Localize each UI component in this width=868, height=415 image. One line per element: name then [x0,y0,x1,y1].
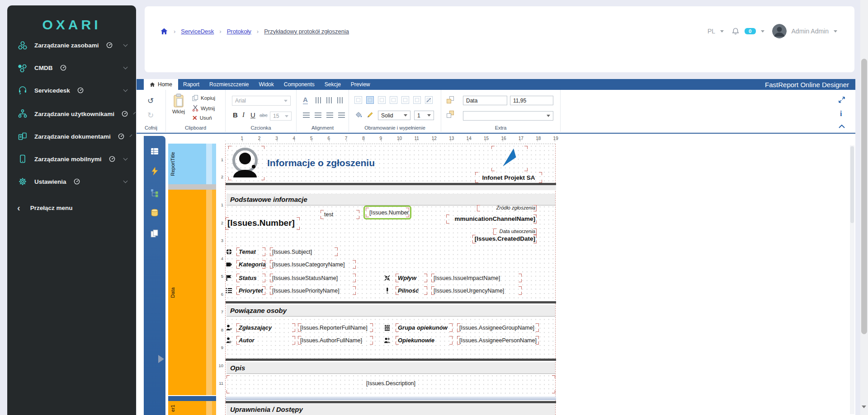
row-label[interactable]: Priorytet [236,286,265,295]
row-label[interactable]: Opiekunowie [396,336,453,345]
border-bottom-icon[interactable] [413,96,421,104]
avatar[interactable] [772,24,787,38]
report-title-text[interactable]: Informacje o zgłoszeniu [267,158,375,168]
align-right-icon[interactable] [326,112,333,118]
row-value[interactable]: [Issues.IssueUrgencyName] [431,286,522,295]
align-justify-icon[interactable] [338,112,345,118]
valign-top-icon[interactable] [316,97,322,103]
sidebar-item-ustawienia[interactable]: Ustawienia [7,171,136,192]
pages-icon[interactable] [150,229,159,238]
cut-button[interactable]: Wytnij [192,105,215,112]
tab-rozmieszczenie[interactable]: Rozmieszczenie [204,79,254,90]
border-width-select[interactable]: 1 [414,111,434,120]
data-value-input[interactable] [510,96,553,105]
sidebar-item-servicedesk[interactable]: Servicedesk [7,79,136,101]
tab-preview[interactable]: Preview [346,79,375,90]
fullscreen-icon[interactable] [838,96,845,103]
paste-button[interactable]: Wklej [172,93,185,114]
section-header-people[interactable]: Powiązane osoby [226,305,555,317]
field-channel-value[interactable]: mmunicationChannelName] [446,214,537,224]
row-label[interactable]: Grupa opiekunów [396,323,453,332]
section-header-description[interactable]: Opis [226,362,555,374]
border-all-icon[interactable] [354,96,362,104]
picture-object-person[interactable] [228,146,264,180]
sidebar-item-dokumenty[interactable]: Zarządzanie dokumentami [7,126,136,147]
row-value[interactable]: [Issues.IssueCategoryName] [270,260,356,269]
field-source-label[interactable]: Źródło zgłoszenia [477,205,537,211]
row-value[interactable]: [Issues.IssuePriorityName] [270,286,356,295]
sidebar-item-cmdb[interactable]: CMDB [7,57,136,79]
info-icon[interactable]: i [840,110,842,118]
row-value[interactable]: [Issues.IssueImpactName] [431,274,522,282]
underline-button[interactable]: U [250,111,255,119]
field-test[interactable]: test [321,210,359,219]
field-created-label[interactable]: Data utworzenia [493,228,537,235]
field-issue-number-large[interactable]: [Issues.Number] [226,217,300,230]
bring-forward-icon[interactable] [447,96,454,103]
band-report-title[interactable]: ReportTitle [168,144,217,184]
chevron-down-icon[interactable] [720,30,724,33]
band-data[interactable]: Data [168,190,217,395]
field-created-value[interactable]: [Issues.CreatedDate] [472,235,537,243]
events-icon[interactable] [150,167,159,176]
data-source-icon[interactable] [150,208,159,217]
row-value[interactable]: [Issues.ReporterFullName] [298,323,373,332]
company-logo-caption[interactable]: Infonet Projekt SA [475,172,542,183]
breadcrumb-current[interactable]: Przykładowy protokół zgłoszenia [264,28,349,35]
structure-tree-icon[interactable] [150,188,159,197]
valign-middle-icon[interactable] [326,97,333,103]
tab-widok[interactable]: Widok [254,79,278,90]
field-issue-number-selected[interactable]: [Issues.Number] [363,205,411,219]
sidebar-item-zasoby[interactable]: Zarządzanie zasobami [7,34,136,56]
scroll-down-arrow[interactable] [862,406,866,408]
home-icon[interactable] [160,28,168,35]
sidebar-item-uzytkownicy[interactable]: Zarządzanie użytkownikami [7,103,136,125]
bell-icon[interactable] [731,27,740,35]
canvas-scrollbar[interactable] [850,145,854,414]
tab-sekcje[interactable]: Sekcje [320,79,346,90]
align-center-icon[interactable] [315,112,321,118]
valign-bottom-icon[interactable] [337,97,344,103]
bold-button[interactable]: B [233,111,238,119]
row-value[interactable]: [Issues.AssigneeGroupName] [457,323,539,332]
data-name-input[interactable] [463,96,507,105]
run-report-icon[interactable] [158,355,164,363]
tab-components[interactable]: Components [279,79,320,90]
field-description[interactable]: [Issues.Description] [226,375,555,393]
sidebar-item-mobilne[interactable]: Zarządzanie mobilnymi [7,148,136,170]
send-backward-icon[interactable] [447,111,454,118]
align-left-icon[interactable] [303,112,310,118]
row-label[interactable]: Autor [236,336,295,345]
brush-icon[interactable] [366,111,374,118]
copy-button[interactable]: Kopiuj [192,95,215,101]
chevron-down-icon[interactable] [761,30,764,33]
section-header-permissions[interactable]: Uprawnienia / Dostępy [226,404,555,415]
font-family-select[interactable]: Arial [232,96,291,106]
italic-button[interactable]: I [242,111,245,119]
border-custom-icon[interactable] [425,96,433,104]
border-right-icon[interactable] [401,96,409,104]
report-outline-icon[interactable] [150,147,159,156]
row-label[interactable]: Wpływ [396,274,427,282]
row-label[interactable]: Kategoria [236,260,265,269]
chevron-down-icon[interactable] [834,30,837,33]
tab-raport[interactable]: Raport [178,79,204,90]
row-label[interactable]: Pilność [396,286,427,295]
report-page[interactable]: Informacje o zgłoszeniu Infonet Projekt … [225,144,556,415]
border-top-icon[interactable] [390,96,397,104]
redo-icon[interactable]: ↻ [147,111,154,120]
breadcrumb-link-protokoly[interactable]: Protokoły [227,28,251,35]
collapse-ribbon-icon[interactable] [838,124,845,129]
text-angle-icon[interactable]: A [303,96,308,104]
strikethrough-button[interactable]: abc [259,112,268,118]
row-value[interactable]: [Issues.AssigneePersonName] [457,336,539,345]
delete-button[interactable]: ✕ Usuń [192,115,212,121]
notification-badge[interactable]: 0 [745,28,755,34]
undo-icon[interactable]: ↺ [147,96,154,106]
breadcrumb-link-servicedesk[interactable]: ServiceDesk [181,28,214,35]
row-value[interactable]: [Issues.Subject] [270,247,338,256]
row-label[interactable]: Status [236,274,265,282]
border-outside-icon[interactable] [366,96,374,104]
border-style-select[interactable]: Solid [378,111,410,120]
section-header-basic[interactable]: Podstawowe informacje [226,194,555,205]
